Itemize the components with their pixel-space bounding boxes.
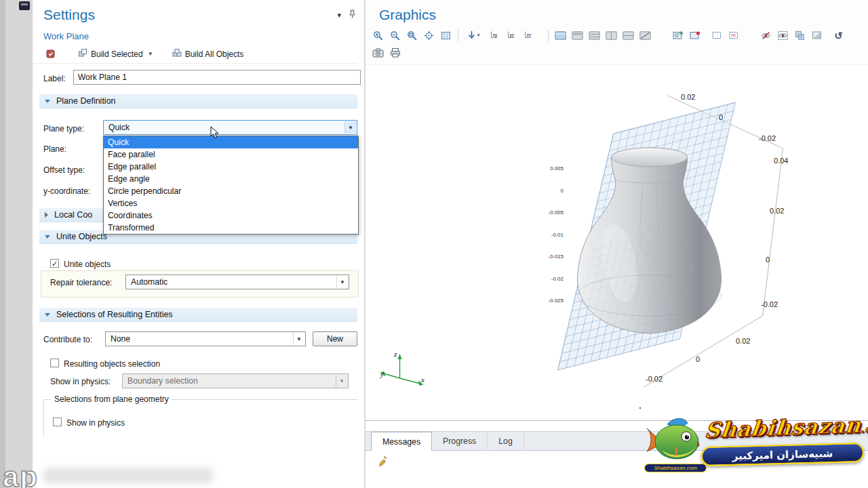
plane-tick-label: -0.015: [540, 253, 564, 260]
dropdown-option[interactable]: Transformed: [104, 222, 358, 234]
triad-z-label: z: [394, 350, 397, 358]
plane-tick-label: 0: [540, 188, 564, 194]
fish-mascot-icon: [642, 413, 707, 466]
pin-icon[interactable]: [349, 9, 356, 20]
plane-tick-label: -0.005: [540, 209, 564, 216]
dropdown-option[interactable]: Edge parallel: [104, 161, 358, 173]
settings-menu-caret-icon[interactable]: ▾: [337, 11, 341, 20]
graphics-3d-view[interactable]: 0.02 0 -0.02 0.04 0.02 0 -0.02 0.02 0 -0…: [366, 64, 868, 421]
dropdown-option[interactable]: Vertices: [104, 197, 358, 209]
default-view-icon[interactable]: [438, 28, 454, 43]
zoom-in-icon[interactable]: [370, 28, 386, 43]
chevron-down-icon[interactable]: ▼: [293, 333, 304, 345]
collapse-arrow-icon: [45, 313, 50, 317]
graphics-title: Graphics: [379, 7, 436, 23]
build-selected-icon: [78, 48, 87, 60]
axis-tick-label: 0.02: [736, 337, 750, 345]
show-in-physics-value: Boundary selection: [127, 376, 198, 386]
dropdown-option[interactable]: Quick: [104, 136, 358, 148]
zoom-box-icon[interactable]: [404, 28, 420, 43]
quality-button[interactable]: [620, 28, 636, 43]
chevron-down-icon: ▾: [477, 33, 480, 38]
print-button[interactable]: [387, 45, 403, 60]
coordinate-triad: [380, 354, 424, 386]
settings-toolbar: Build Selected ▼ Build All Objects: [33, 45, 357, 64]
docked-window-icon[interactable]: [19, 1, 30, 10]
fish-caption: Shabihsazan.com: [644, 464, 707, 472]
chevron-down-icon[interactable]: ▼: [344, 121, 356, 134]
build-all-icon: [172, 48, 182, 60]
collapsed-panel-strip: [0, 0, 33, 488]
plane-geometry-group-label: Selections from plane geometry: [51, 394, 172, 404]
build-all-objects-button[interactable]: Build All Objects: [170, 47, 247, 61]
plane-tick-label: -0.02: [540, 276, 564, 282]
select-box-button[interactable]: [709, 28, 724, 43]
axis-tick-label: 0.04: [774, 157, 788, 165]
image-snapshot-button[interactable]: [670, 28, 686, 43]
clear-messages-button[interactable]: [375, 454, 390, 469]
collapse-arrow-icon: [45, 100, 50, 103]
contribute-to-combo[interactable]: None ▼: [105, 331, 306, 346]
resulting-objects-checkbox[interactable]: [50, 359, 59, 367]
build-all-label: Build All Objects: [185, 49, 244, 59]
label-input[interactable]: [73, 70, 361, 85]
axis-tick-label: 0: [696, 355, 700, 363]
deselect-box-button[interactable]: [726, 28, 741, 43]
tab-log[interactable]: Log: [488, 432, 524, 450]
show-hidden-button[interactable]: [775, 28, 791, 43]
view-xy-button[interactable]: xy: [486, 28, 501, 43]
plane-tick-label: 0.005: [540, 165, 564, 171]
animation-export-button[interactable]: [687, 28, 703, 43]
chevron-down-icon[interactable]: ▼: [336, 276, 348, 288]
new-button[interactable]: New: [313, 331, 357, 346]
logo-brand-text: Shabihsazan.com: [704, 411, 868, 442]
section-title: Local Coo: [54, 210, 92, 220]
view-yz-button[interactable]: yz: [502, 28, 518, 43]
screenshot-button[interactable]: [370, 45, 386, 60]
new-button-label: New: [327, 334, 343, 344]
build-selected-button[interactable]: Build Selected ▼: [75, 47, 156, 61]
plane-type-combo[interactable]: Quick ▼: [103, 120, 357, 135]
environment-button[interactable]: [570, 28, 585, 43]
axis-tick-label: 0: [719, 113, 723, 121]
hide-objects-button[interactable]: [758, 28, 774, 43]
show-in-physics-checkbox-label: Show in physics: [66, 418, 125, 428]
brand-suffix: .com: [861, 422, 868, 434]
section-title: Unite Objects: [56, 232, 107, 241]
bottom-left-watermark: ap: [3, 461, 39, 488]
contribute-to-value: None: [111, 334, 130, 344]
scene-light-button[interactable]: [553, 28, 568, 43]
watermark-blur: [43, 468, 213, 484]
dropdown-option[interactable]: Edge angle: [104, 173, 358, 185]
view-zx-button[interactable]: zx: [519, 28, 535, 43]
view-direction-dropdown[interactable]: ▾: [462, 28, 484, 43]
view-transparency-button[interactable]: [792, 28, 808, 43]
section-plane-definition[interactable]: Plane Definition: [39, 94, 357, 108]
graphics-toolbar-row1: ▾ xy yz zx ↺: [370, 27, 847, 43]
section-selections-resulting-entities[interactable]: Selections of Resulting Entities: [39, 308, 357, 322]
zoom-out-icon[interactable]: [387, 28, 403, 43]
tab-progress[interactable]: Progress: [432, 432, 488, 450]
graphics-toolbar-row2: [370, 44, 403, 60]
clipping-button[interactable]: [809, 28, 825, 43]
triad-x-label: x: [421, 375, 425, 384]
show-in-physics-label: Show in physics:: [50, 377, 111, 386]
reset-view-button[interactable]: ↺: [831, 28, 846, 43]
dropdown-option[interactable]: Coordinates: [104, 209, 358, 222]
plane-type-value: Quick: [108, 123, 130, 132]
svg-text:yz: yz: [509, 32, 514, 37]
reset-icon: ↺: [834, 30, 843, 41]
transparency-button[interactable]: [587, 28, 602, 43]
dropdown-option[interactable]: Circle perpendicular: [104, 185, 358, 197]
zoom-extents-icon[interactable]: [421, 28, 437, 43]
show-in-physics-checkbox[interactable]: [53, 418, 62, 426]
perspective-button[interactable]: [637, 28, 653, 43]
build-update-icon[interactable]: [43, 47, 58, 61]
repair-tolerance-combo[interactable]: Automatic ▼: [125, 274, 349, 289]
tab-messages[interactable]: Messages: [371, 432, 432, 451]
offset-type-label: Offset type:: [43, 165, 85, 175]
unite-objects-checkbox[interactable]: ✓: [50, 259, 59, 268]
broom-icon: [377, 455, 388, 468]
wireframe-button[interactable]: [604, 28, 619, 43]
dropdown-option[interactable]: Face parallel: [104, 148, 358, 161]
